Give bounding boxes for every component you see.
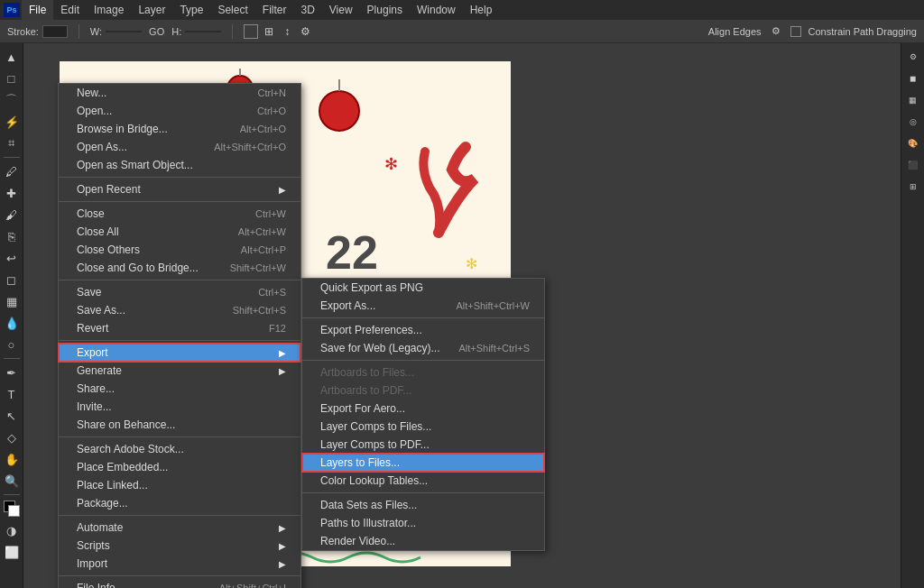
menu-item-file-info[interactable]: File Info... Alt+Shift+Ctrl+I <box>59 579 300 588</box>
tool-clone[interactable]: ⎘ <box>2 226 22 246</box>
menu-item-close-all-label: Close All <box>77 225 119 238</box>
menu-type[interactable]: Type <box>172 0 210 20</box>
menu-item-artboards-pdf[interactable]: Artboards to PDF... <box>302 381 544 400</box>
menu-item-place-linked[interactable]: Place Linked... <box>59 476 300 494</box>
menu-item-new[interactable]: New... Ctrl+N <box>59 84 300 102</box>
tool-text[interactable]: T <box>2 384 22 404</box>
menu-item-paths-illustrator[interactable]: Paths to Illustrator... <box>302 514 544 532</box>
menu-view[interactable]: View <box>322 0 360 20</box>
h-value[interactable] <box>185 31 221 32</box>
menu-3d[interactable]: 3D <box>293 0 321 20</box>
menu-item-close-all[interactable]: Close All Alt+Ctrl+W <box>59 223 300 241</box>
menu-item-export-aero-label: Export For Aero... <box>320 402 405 415</box>
main-layout: ▲ □ ⌒ ⚡ ⌗ 🖊 ✚ 🖌 ⎘ ↩ ◻ ▦ 💧 ○ ✒ T ↖ ◇ ✋ 🔍 … <box>0 43 924 588</box>
menu-item-share[interactable]: Share... <box>59 380 300 398</box>
menu-item-color-lookup[interactable]: Color Lookup Tables... <box>302 472 544 490</box>
menu-item-render-video[interactable]: Render Video... <box>302 532 544 550</box>
right-tool-3[interactable]: ▦ <box>903 90 923 110</box>
right-tool-6[interactable]: ⬛ <box>903 155 923 175</box>
menu-item-render-video-label: Render Video... <box>320 535 395 547</box>
tool-quick-select[interactable]: ⚡ <box>2 112 22 132</box>
menu-item-export[interactable]: Export ▶ <box>59 344 300 362</box>
tool-shape[interactable]: ◇ <box>2 427 22 447</box>
tool-lasso[interactable]: ⌒ <box>2 90 22 110</box>
menu-filter[interactable]: Filter <box>255 0 294 20</box>
menu-item-data-sets[interactable]: Data Sets as Files... <box>302 496 544 514</box>
foreground-bg-color[interactable] <box>4 501 20 517</box>
menu-plugins[interactable]: Plugins <box>360 0 410 20</box>
menu-item-close-goto[interactable]: Close and Go to Bridge... Shift+Ctrl+W <box>59 259 300 277</box>
tool-mask[interactable]: ◑ <box>2 520 22 540</box>
menu-item-search-stock[interactable]: Search Adobe Stock... <box>59 440 300 458</box>
menu-item-close-others[interactable]: Close Others Alt+Ctrl+P <box>59 241 300 259</box>
tool-eyedropper[interactable]: 🖊 <box>2 161 22 181</box>
menu-item-open[interactable]: Open... Ctrl+O <box>59 102 300 120</box>
tool-select-rect[interactable]: □ <box>2 69 22 88</box>
icon-settings[interactable]: ⚙ <box>298 24 312 39</box>
tool-eraser[interactable]: ◻ <box>2 270 22 289</box>
right-tool-2[interactable]: ◼ <box>903 69 923 88</box>
tool-hand[interactable]: ✋ <box>2 449 22 469</box>
menu-item-browse[interactable]: Browse in Bridge... Alt+Ctrl+O <box>59 120 300 138</box>
menu-select[interactable]: Select <box>210 0 254 20</box>
constrain-path-checkbox[interactable] <box>790 26 801 37</box>
icon-distribute[interactable]: ↕ <box>280 24 294 39</box>
w-value[interactable] <box>106 31 142 32</box>
menu-help[interactable]: Help <box>463 0 500 20</box>
menu-item-revert[interactable]: Revert F12 <box>59 319 300 337</box>
icon-square[interactable] <box>244 24 258 39</box>
menu-item-export-as[interactable]: Export As... Alt+Shift+Ctrl+W <box>302 297 544 315</box>
icon-align[interactable]: ⊞ <box>262 24 276 39</box>
menu-layer[interactable]: Layer <box>131 0 172 20</box>
menu-item-generate[interactable]: Generate ▶ <box>59 362 300 380</box>
menu-item-open-recent[interactable]: Open Recent ▶ <box>59 180 300 198</box>
menu-item-open-smart[interactable]: Open as Smart Object... <box>59 156 300 174</box>
menu-item-export-prefs[interactable]: Export Preferences... <box>302 321 544 339</box>
tool-dodge[interactable]: ○ <box>2 335 22 354</box>
menu-item-invite[interactable]: Invite... <box>59 398 300 416</box>
tool-heal[interactable]: ✚ <box>2 183 22 203</box>
right-tool-4[interactable]: ◎ <box>903 112 923 132</box>
menu-item-artboards-files[interactable]: Artboards to Files... <box>302 363 544 381</box>
menu-item-export-aero[interactable]: Export For Aero... <box>302 400 544 418</box>
menu-item-save-for-web[interactable]: Save for Web (Legacy)... Alt+Shift+Ctrl+… <box>302 339 544 357</box>
menu-item-save[interactable]: Save Ctrl+S <box>59 283 300 301</box>
menu-item-automate[interactable]: Automate ▶ <box>59 519 300 537</box>
right-tool-7[interactable]: ⊞ <box>903 177 923 197</box>
gear-icon[interactable]: ⚙ <box>769 24 783 39</box>
tool-zoom[interactable]: 🔍 <box>2 471 22 491</box>
tool-history-brush[interactable]: ↩ <box>2 248 22 268</box>
tool-crop[interactable]: ⌗ <box>2 133 22 153</box>
menu-item-open-as[interactable]: Open As... Alt+Shift+Ctrl+O <box>59 138 300 156</box>
menu-item-save-as[interactable]: Save As... Shift+Ctrl+S <box>59 301 300 319</box>
menu-item-close[interactable]: Close Ctrl+W <box>59 205 300 223</box>
menu-item-package[interactable]: Package... <box>59 494 300 512</box>
right-tool-5[interactable]: 🎨 <box>903 133 923 153</box>
menu-item-import[interactable]: Import ▶ <box>59 555 300 573</box>
menu-image[interactable]: Image <box>87 0 131 20</box>
menu-edit[interactable]: Edit <box>53 0 87 20</box>
tool-pen[interactable]: ✒ <box>2 363 22 382</box>
tool-screen-mode[interactable]: ⬜ <box>2 542 22 562</box>
tool-blur[interactable]: 💧 <box>2 313 22 333</box>
tool-gradient[interactable]: ▦ <box>2 291 22 311</box>
menu-item-layer-comps-pdf[interactable]: Layer Comps to PDF... <box>302 436 544 454</box>
menu-item-export-prefs-label: Export Preferences... <box>320 324 422 336</box>
menu-item-scripts[interactable]: Scripts ▶ <box>59 537 300 555</box>
menu-item-layer-comps-files[interactable]: Layer Comps to Files... <box>302 418 544 436</box>
menu-item-place-embedded[interactable]: Place Embedded... <box>59 458 300 476</box>
tool-brush[interactable]: 🖌 <box>2 205 22 225</box>
menu-window[interactable]: Window <box>410 0 463 20</box>
menu-item-save-as-label: Save As... <box>77 304 125 317</box>
menu-item-share-behance[interactable]: Share on Behance... <box>59 416 300 434</box>
menu-item-search-stock-label: Search Adobe Stock... <box>77 443 184 455</box>
w-field: W: <box>90 26 142 37</box>
right-tool-1[interactable]: ⚙ <box>903 47 923 67</box>
menu-item-save-for-web-shortcut: Alt+Shift+Ctrl+S <box>458 343 530 354</box>
tool-move[interactable]: ▲ <box>2 47 22 67</box>
menu-item-quick-export-png[interactable]: Quick Export as PNG <box>302 279 544 297</box>
stroke-box[interactable] <box>42 25 68 38</box>
menu-file[interactable]: File <box>22 0 53 20</box>
tool-path-select[interactable]: ↖ <box>2 406 22 426</box>
menu-item-layers-to-files[interactable]: Layers to Files... <box>302 454 544 472</box>
